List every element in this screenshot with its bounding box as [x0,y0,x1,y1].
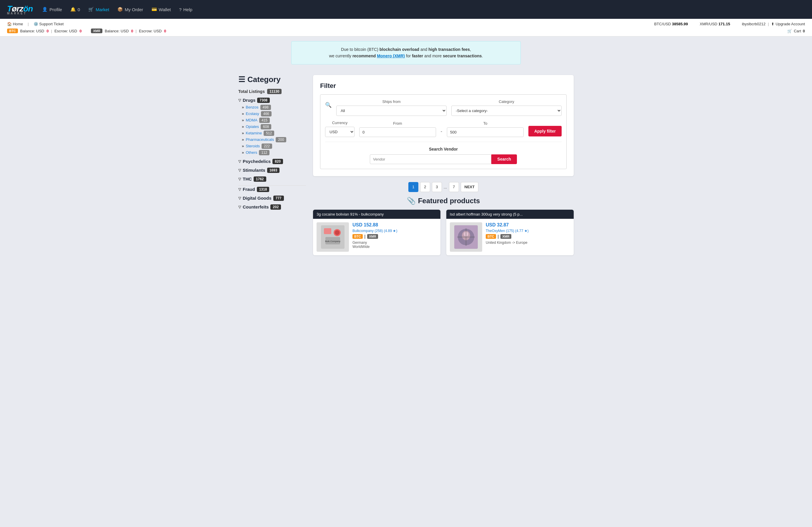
xmr-escrow-label: Escrow: USD [139,29,161,33]
list-icon: ☰ [238,75,245,84]
btc-coin: BTC [352,234,363,239]
subcat-benzos[interactable]: Benzos [246,105,258,109]
main-wrap: ☰ Category Total Listings 11130 ▽ Drugs … [232,69,580,261]
apply-filter-button[interactable]: Apply filter [528,126,562,136]
stimulants-count: 1693 [267,167,280,173]
cart-icon: 🛒 [787,29,792,33]
filter-box: 🔍 Ships from All Category -Select a cate… [320,94,567,169]
list-item: » Ketamine 512 [242,131,306,136]
btc-balance-value: 0 [46,29,48,33]
filter-title: Filter [320,82,567,90]
logo: TørzönMARKET [7,4,33,15]
support-icon: ⚙️ [33,22,38,26]
xmr-rate: XMR/USD 171.15 [700,22,730,26]
list-item: » Others 112 [242,150,306,155]
subcat-opiates[interactable]: Opiates [246,125,259,129]
product-2-image [450,222,482,252]
subcat-others[interactable]: Others [246,150,257,155]
page-7-button[interactable]: 7 [449,182,459,192]
search-vendor-button[interactable]: Search [491,155,517,164]
vendor-row: Search [370,155,517,164]
category-stimulants: ▽ Stimulants 1693 [238,167,306,173]
category-select[interactable]: -Select a category- [451,106,562,116]
cart-count: 0 [803,29,805,33]
nav-profile[interactable]: 👤 Profile [42,7,62,12]
list-item: » Steroids 222 [242,144,306,149]
subcat-ketamine[interactable]: Ketamine [246,131,262,135]
vendor-input[interactable] [370,155,491,164]
triangle-icon: ▽ [238,168,241,172]
market-icon: 🛒 [88,7,94,12]
drugs-count: 7308 [257,98,270,103]
triangle-icon: ▽ [238,187,241,191]
support-link[interactable]: ⚙️ Support Ticket [33,22,64,26]
topbar: 🏠 Home | ⚙️ Support Ticket BTC/USD 38585… [0,19,812,36]
ships-from-select[interactable]: All [336,106,447,116]
filter-row1: 🔍 Ships from All Category -Select a cate… [325,99,562,116]
next-page-button[interactable]: NEXT [461,182,479,192]
nav-notifications[interactable]: 🔔 0 [70,7,80,12]
upgrade-link[interactable]: ⬆ Upgrade Account [771,22,805,26]
navbar: TørzönMARKET 👤 Profile 🔔 0 🛒 Market 📦 My… [0,0,812,19]
wallet-icon: 💳 [151,7,157,12]
page-1-button[interactable]: 1 [408,182,418,192]
triangle-icon: ▽ [238,98,241,102]
product-card-1: 3g cocaine bolivian 91% - bulkcompany Bu… [313,210,440,255]
page-3-button[interactable]: 3 [432,182,442,192]
btc-balance-block: BTC Balance: USD 0 | Escrow: USD 0 [7,29,82,33]
range-dash: - [441,129,442,137]
logo-sub: MARKET [7,12,33,15]
vendor-section: Search Vendor Search [325,142,562,164]
ships-from-label: Ships from [336,99,447,104]
from-input[interactable] [359,127,436,137]
paperclip-icon: 📎 [407,197,416,205]
btc-balance-label: Balance: USD [20,29,44,33]
currency-block: Currency USD [325,120,354,137]
thc-count: 1762 [253,176,266,182]
page-dots: ... [444,185,447,189]
btc-badge: BTC [7,29,18,33]
products-grid: 3g cocaine bolivian 91% - bulkcompany Bu… [313,210,574,255]
currency-select[interactable]: USD [325,127,354,137]
cat-header-thc[interactable]: ▽ THC 1762 [238,176,306,182]
cat-header-drugs[interactable]: ▽ Drugs 7308 [238,98,306,103]
btc-coin: BTC [486,234,496,239]
topbar-row2: BTC Balance: USD 0 | Escrow: USD 0 XMR B… [7,29,805,33]
category-label: Category [451,99,562,104]
to-label: To [447,121,524,126]
home-link[interactable]: 🏠 Home [7,22,23,26]
cat-header-counterfeits[interactable]: ▽ Counterfeits 202 [238,204,306,210]
cat-header-fraud[interactable]: ▽ Fraud 1318 [238,187,306,192]
rate-block: BTC/USD 38585.99 XMR/USD 171.15 ibyslbcr… [654,22,805,26]
to-input[interactable] [447,127,524,137]
nav-wallet[interactable]: 💳 Wallet [151,7,171,12]
cat-header-digital-goods[interactable]: ▽ Digital Goods 777 [238,195,306,201]
filter-row2: Currency USD From - To Apply filter [325,120,562,137]
cat-header-stimulants[interactable]: ▽ Stimulants 1693 [238,167,306,173]
product-1-title: 3g cocaine bolivian 91% - bulkcompany [313,210,440,219]
subcat-ecstasy[interactable]: Ecstasy [246,112,259,116]
subcat-mdma[interactable]: MDMA [246,118,258,122]
nav-myorder[interactable]: 📦 My Order [117,7,143,12]
nav-help[interactable]: ? Help [179,7,192,12]
btc-escrow-value: 0 [79,29,82,33]
product-1-vendor: Bulkcompany (258) (4.89 ★) [352,229,437,233]
nav-market[interactable]: 🛒 Market [88,7,109,12]
search-icon: 🔍 [325,99,332,108]
product-2-vendor: TheOxyMen (175) (4.77 ★) [486,229,570,233]
subcat-pharmaceuticals[interactable]: Pharmaceuticals [246,137,274,142]
vendor-section-label: Search Vendor [325,147,562,151]
monero-link[interactable]: Monero (XMR) [377,54,405,58]
page-2-button[interactable]: 2 [420,182,430,192]
pagination: 1 2 3 ... 7 NEXT [313,182,574,192]
svg-text:Bulk Company: Bulk Company [325,240,340,243]
product-1-info: USD 152.88 Bulkcompany (258) (4.89 ★) BT… [352,222,437,252]
btc-rate: BTC/USD 38585.99 [654,22,688,26]
featured-title: 📎 Featured products [313,197,574,205]
product-2-body: USD 32.87 TheOxyMen (175) (4.77 ★) BTC |… [446,219,574,255]
btc-escrow-label: Escrow: USD [55,29,77,33]
triangle-icon: ▽ [238,205,241,209]
subcat-steroids[interactable]: Steroids [246,144,260,148]
cat-header-psychedelics[interactable]: ▽ Psychedelics 820 [238,159,306,164]
from-label: From [359,121,436,126]
